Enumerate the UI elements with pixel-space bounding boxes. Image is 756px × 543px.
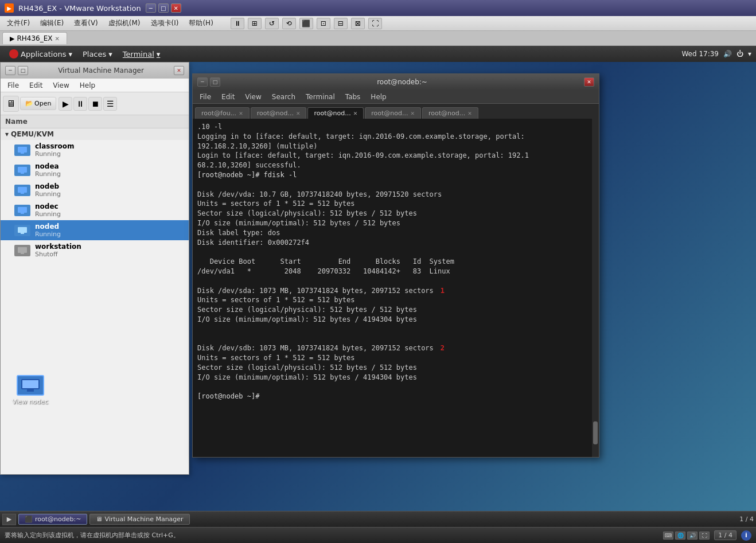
vm-icon-workstation bbox=[14, 245, 30, 256]
term-menu-tabs[interactable]: Tabs bbox=[341, 92, 365, 102]
status-fullscreen-icon[interactable]: ⛶ bbox=[699, 532, 710, 540]
terminal-tab-3[interactable]: root@nod... ✕ bbox=[307, 107, 364, 119]
vmm-open-icon: 📂 bbox=[25, 100, 33, 107]
vmm-vm-nodea[interactable]: nodea Running bbox=[1, 160, 189, 180]
terminal-content[interactable]: .10 -l Logging in to [iface: default, ta… bbox=[193, 119, 599, 457]
vmm-menu-help[interactable]: Help bbox=[75, 80, 100, 91]
view-nodec-icon[interactable] bbox=[17, 375, 44, 396]
terminal-close[interactable]: ✕ bbox=[584, 77, 594, 87]
term-tab-5-label: root@nod... bbox=[428, 110, 465, 117]
toolbar-fullscreen[interactable]: ⛶ bbox=[368, 18, 382, 29]
menu-help[interactable]: 帮助(H) bbox=[184, 17, 217, 29]
gnome-applications-menu[interactable]: Applications ▾ bbox=[5, 48, 77, 60]
vmm-vm-classroom[interactable]: classroom Running bbox=[1, 140, 189, 160]
taskbar-vmm[interactable]: 🖥 Virtual Machine Manager bbox=[89, 514, 189, 525]
term-menu-file[interactable]: File bbox=[195, 92, 216, 102]
desktop-icon-area[interactable]: View nodec bbox=[12, 375, 48, 405]
tab-close-icon[interactable]: ✕ bbox=[55, 36, 60, 42]
terminal-minimize[interactable]: ─ bbox=[197, 77, 208, 87]
vmm-stop-btn[interactable]: ⏹ bbox=[88, 97, 102, 111]
term-menu-edit[interactable]: Edit bbox=[217, 92, 239, 102]
menu-edit[interactable]: 编辑(E) bbox=[36, 17, 68, 29]
vmm-toolbar: 🖥 📂 Open ▶ ⏸ ⏹ ☰ bbox=[1, 92, 189, 115]
vmm-title-text: Virtual Machine Manager bbox=[30, 67, 172, 75]
minimize-button[interactable]: ─ bbox=[146, 3, 156, 13]
gnome-menu-arrow[interactable]: ▾ bbox=[748, 50, 751, 58]
toolbar-btn2[interactable]: ⊞ bbox=[248, 18, 262, 29]
terminal-scrollbar-thumb[interactable] bbox=[593, 421, 598, 444]
vmm-vm-nodec[interactable]: nodec Running bbox=[1, 200, 189, 220]
gnome-power-icon[interactable]: ⏻ bbox=[736, 50, 743, 58]
term-tab-5-close[interactable]: ✕ bbox=[467, 111, 472, 116]
toolbar-btn4[interactable]: ⟲ bbox=[282, 18, 296, 29]
vmware-icon: ▶ bbox=[5, 3, 14, 13]
terminal-maximize[interactable]: □ bbox=[210, 77, 220, 87]
term-line-blank6 bbox=[197, 382, 594, 392]
menu-file[interactable]: 文件(F) bbox=[2, 17, 34, 29]
vm-name-workstation: workstation bbox=[35, 243, 184, 251]
gnome-volume-icon[interactable]: 🔊 bbox=[723, 50, 732, 58]
term-menu-help[interactable]: Help bbox=[366, 92, 391, 102]
status-info-icon[interactable]: i bbox=[741, 530, 751, 541]
vmm-list-btn[interactable]: ☰ bbox=[103, 97, 117, 111]
toolbar-btn6[interactable]: ⊡ bbox=[317, 18, 330, 29]
status-network-icon[interactable]: 🌐 bbox=[675, 532, 685, 540]
taskbar-vmm-icon: 🖥 bbox=[96, 515, 102, 523]
terminal-tab-2[interactable]: root@nod... ✕ bbox=[251, 107, 307, 119]
vm-icon-nodea bbox=[14, 165, 30, 176]
taskbar-terminal[interactable]: ⬛ root@nodeb:~ bbox=[18, 514, 87, 525]
view-nodec-label: View nodec bbox=[12, 398, 48, 405]
toolbar-btn3[interactable]: ↺ bbox=[265, 18, 279, 29]
vmm-screen-icon[interactable]: 🖥 bbox=[3, 96, 19, 112]
terminal-tab-1[interactable]: root@fou... ✕ bbox=[195, 107, 250, 119]
vm-icon-nodec bbox=[14, 205, 30, 216]
terminal-scrollbar[interactable] bbox=[592, 119, 599, 457]
vmm-open-button[interactable]: 📂 Open bbox=[20, 97, 56, 110]
vmm-close[interactable]: ✕ bbox=[174, 66, 184, 75]
term-menu-view[interactable]: View bbox=[240, 92, 266, 102]
vmm-menu-view[interactable]: View bbox=[48, 80, 73, 91]
toolbar-btn8[interactable]: ⊠ bbox=[351, 18, 365, 29]
menu-tab[interactable]: 选项卡(I) bbox=[146, 17, 184, 29]
vmm-group-qemu[interactable]: ▾ QEMU/KVM bbox=[1, 128, 189, 140]
term-tab-3-close[interactable]: ✕ bbox=[353, 111, 358, 116]
close-button[interactable]: ✕ bbox=[171, 3, 181, 13]
gnome-terminal-menu[interactable]: Terminal ▾ bbox=[118, 49, 165, 60]
status-page-display[interactable]: 1 / 4 bbox=[714, 530, 736, 540]
menu-view[interactable]: 查看(V) bbox=[69, 17, 103, 29]
vmware-tab-rh436[interactable]: ▶ RH436_EX ✕ bbox=[2, 32, 67, 44]
vmm-name-col-label: Name bbox=[5, 118, 28, 126]
toolbar-btn7[interactable]: ⊟ bbox=[334, 18, 348, 29]
status-sound-icon[interactable]: 🔊 bbox=[687, 532, 697, 540]
vmm-maximize[interactable]: □ bbox=[18, 66, 28, 75]
terminal-tab-5[interactable]: root@nod... ✕ bbox=[422, 107, 478, 119]
main-window: ▶ RH436_EX - VMware Workstation ─ □ ✕ 文件… bbox=[0, 0, 756, 543]
maximize-button[interactable]: □ bbox=[158, 3, 169, 13]
term-menu-search[interactable]: Search bbox=[267, 92, 300, 102]
vmm-play-btn[interactable]: ▶ bbox=[59, 97, 72, 111]
term-tab-2-close[interactable]: ✕ bbox=[296, 111, 301, 116]
term-tab-1-close[interactable]: ✕ bbox=[239, 111, 243, 116]
vmware-title-bar: ▶ RH436_EX - VMware Workstation ─ □ ✕ bbox=[0, 0, 756, 16]
vm-status-classroom: Running bbox=[35, 150, 184, 158]
vm-status-nodeb: Running bbox=[35, 190, 184, 198]
term-line-15: Disk /dev/sda: 1073 MB, 1073741824 bytes… bbox=[197, 286, 594, 296]
vmm-vm-nodeb[interactable]: nodeb Running bbox=[1, 180, 189, 200]
terminal-tab-4[interactable]: root@nod... ✕ bbox=[365, 107, 421, 119]
term-line-12: Disk identifier: 0x000272f4 bbox=[197, 238, 594, 248]
terminal-menu-bar: File Edit View Search Terminal Tabs Help bbox=[193, 90, 599, 104]
vmm-vm-workstation[interactable]: workstation Shutoff bbox=[1, 240, 189, 260]
vmm-minimize[interactable]: ─ bbox=[5, 66, 15, 75]
vm-info-classroom: classroom Running bbox=[35, 142, 184, 158]
term-tab-4-close[interactable]: ✕ bbox=[410, 111, 415, 116]
toolbar-btn5[interactable]: ⬛ bbox=[299, 18, 313, 29]
gnome-places-menu[interactable]: Places ▾ bbox=[78, 49, 117, 60]
vmm-vm-noded[interactable]: noded Running bbox=[1, 220, 189, 240]
toolbar-power-btn[interactable]: ⏸ bbox=[231, 18, 244, 29]
status-kbd-icon[interactable]: ⌨ bbox=[663, 532, 673, 540]
vmm-menu-edit[interactable]: Edit bbox=[25, 80, 47, 91]
term-menu-terminal[interactable]: Terminal bbox=[301, 92, 340, 102]
menu-vm[interactable]: 虚拟机(M) bbox=[104, 17, 145, 29]
vmm-pause-btn[interactable]: ⏸ bbox=[73, 97, 87, 111]
vmm-menu-file[interactable]: File bbox=[3, 80, 24, 91]
